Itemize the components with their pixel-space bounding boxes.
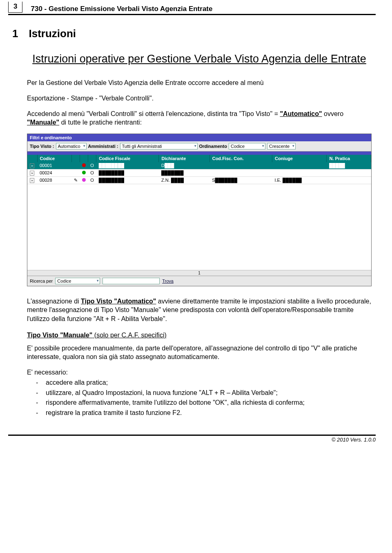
col-npratica: N. Pratica [327,155,371,162]
embedded-screenshot: Filtri e ordinamento Tipo Visto : Automa… [27,134,372,286]
shot-empty-area [27,184,371,270]
subhead-main: Tipo Visto "Manuale" [27,332,92,339]
cell-con [272,162,326,169]
page-number: 3 [8,2,22,13]
col-codfisc-con: Cod.Fisc. Con. [209,155,272,162]
para-6: E' necessario: [27,368,372,377]
col-icon-1 [72,155,80,162]
cell-con [272,169,326,176]
shot-titlebar: Filtri e ordinamento [27,134,371,141]
para-3-manuale: "Manuale" [27,119,59,126]
list-item: rispondere affermativamente, tramite l'u… [36,398,372,407]
trova-link[interactable]: Trova [162,279,174,283]
para-2: Esportazione - Stampe - "Verbale Control… [27,94,372,103]
cell-codice: 00024 [37,169,72,176]
col-dichiarante: Dichiarante [159,155,209,162]
para-4-tipo-visto: Tipo Visto "Automatico" [81,298,156,305]
para-4-pre: L'assegnazione di [27,298,81,305]
cell-con: I.E. ██████ [272,176,326,184]
col-icon-3 [88,155,96,162]
para-3-automatico: "Automatico" [280,110,322,117]
section-number: 1 [12,27,18,40]
cell-cfc [209,162,272,169]
select-crescente[interactable]: Crescente [267,143,296,149]
select-ordinamento[interactable]: Codice [229,143,265,149]
expand-icon[interactable]: » [30,163,34,168]
status-dot-icon [82,171,86,174]
col-codice-fiscale: Codice Fiscale [96,155,159,162]
table-row[interactable]: » 00001 O ████████ D███ █████ [27,162,371,169]
select-ricerca[interactable]: Codice [55,278,100,284]
status-dot-icon [82,178,86,182]
para-3-post: di tutte le pratiche rientranti: [59,119,142,126]
expand-icon[interactable]: » [30,171,34,176]
shot-footer: Ricerca per Codice Trova [27,276,371,286]
cell-cfc [209,169,272,176]
select-tipo-visto[interactable]: Automatico [56,143,87,149]
lbl-tipo-visto: Tipo Visto : [30,144,54,149]
section-heading: 1 Istruzioni [27,27,372,40]
cell-cf: ████████ [96,176,159,184]
cell-cf: ████████ [96,169,159,176]
table-header-row: Codice Codice Fiscale Dichiarante Cod.Fi… [27,155,371,162]
para-3: Accedendo al menù "Verbali Controlli" si… [27,109,372,127]
cell-codice: 00001 [37,162,72,169]
lbl-ordinamento: Ordinamento [199,144,227,149]
cell-dich: Z.N. ████ [159,176,209,184]
status-dot-icon [82,163,86,167]
cell-dich: ███████ [159,169,209,176]
para-4: L'assegnazione di Tipo Visto "Automatico… [27,297,372,323]
col-codice: Codice [37,155,72,162]
list-item: utilizzare, al Quadro Impostazioni, la n… [36,388,372,397]
cell-np [327,169,371,176]
cell-codice: 00028 [37,176,72,184]
bullet-list: accedere alla pratica; utilizzare, al Qu… [27,378,372,417]
select-amministrati[interactable]: Tutti gli Amministrati [120,143,198,149]
shot-filters: Tipo Visto : Automatico Amministrati : T… [27,141,371,152]
para-1: Per la Gestione del Verbale Visto Agenzi… [27,78,372,87]
table-row[interactable]: » 00028 ✎ O ████████ Z.N. ████ S███████ … [27,176,371,184]
section-name: Istruzioni [29,27,76,40]
page-footer: © 2010 Vers. 1.0.0 [8,435,376,443]
shot-page-indicator: 1 [27,270,371,276]
table-row[interactable]: » 00024 O ████████ ███████ [27,169,371,176]
col-icon-2 [80,155,88,162]
cell-dich: D███ [159,162,209,169]
list-item: registrare la pratica tramite il tasto f… [36,408,372,417]
search-input[interactable] [102,278,160,284]
para-3-pre: Accedendo al menù "Verbali Controlli" si… [27,110,280,117]
col-expand [27,155,37,162]
subhead-note: (solo per C.A.F. specifici) [92,332,166,339]
cell-cfc: S███████ [209,176,272,184]
cell-np: █████ [327,162,371,169]
header-title: 730 - Gestione Emissione Verbali Visto A… [31,5,212,13]
page-header: 3 730 - Gestione Emissione Verbali Visto… [8,3,376,15]
list-item: accedere alla pratica; [36,378,372,387]
shot-table: Codice Codice Fiscale Dichiarante Cod.Fi… [27,155,371,184]
main-title: Istruzioni operative per Gestione Verbal… [27,51,372,66]
lbl-ricerca: Ricerca per [30,279,53,283]
lbl-amministrati: Amministrati : [88,144,118,149]
cell-np [327,176,371,184]
col-coniuge: Coniuge [272,155,326,162]
para-3-mid: ovvero [322,110,343,117]
content: 1 Istruzioni Istruzioni operative per Ge… [0,15,392,422]
table-body: » 00001 O ████████ D███ █████ » 00024 [27,162,371,184]
expand-icon[interactable]: » [30,178,34,183]
subheading-tipo-visto-manuale: Tipo Visto "Manuale" (solo per C.A.F. sp… [27,332,372,339]
cell-cf: ████████ [96,162,159,169]
para-5: E' possibile procedere manualmente, da p… [27,344,372,361]
